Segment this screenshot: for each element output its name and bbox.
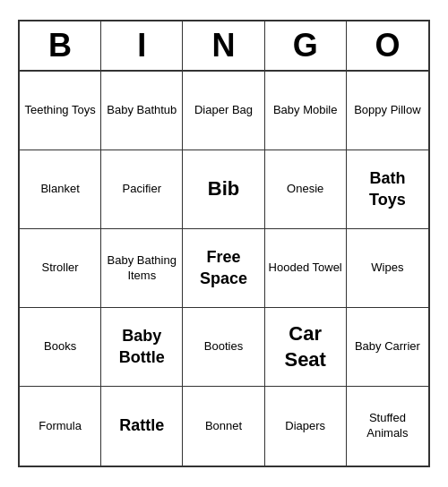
bingo-header: BINGO [20,21,428,72]
bingo-cell[interactable]: Baby Bathtub [101,72,183,150]
bingo-cell[interactable]: Bath Toys [347,150,428,229]
bingo-cell[interactable]: Bib [183,150,264,229]
header-letter: B [20,21,101,70]
bingo-cell[interactable]: Formula [20,387,101,466]
bingo-cell[interactable]: Bonnet [183,387,264,466]
header-letter: N [183,21,264,70]
bingo-cell[interactable]: Blanket [20,150,101,229]
header-letter: G [265,21,347,70]
bingo-cell[interactable]: Diapers [265,387,347,466]
bingo-cell[interactable]: Wipes [347,229,428,308]
bingo-cell[interactable]: Hooded Towel [265,229,347,308]
bingo-cell[interactable]: Baby Mobile [265,72,347,150]
bingo-grid: Teething ToysBaby BathtubDiaper BagBaby … [20,72,428,466]
bingo-cell[interactable]: Books [20,308,101,387]
bingo-cell[interactable]: Booties [183,308,264,387]
bingo-cell[interactable]: Baby Bathing Items [101,229,183,308]
bingo-cell[interactable]: Pacifier [101,150,183,229]
header-letter: O [347,21,428,70]
bingo-cell[interactable]: Diaper Bag [183,72,264,150]
bingo-cell[interactable]: Rattle [101,387,183,466]
bingo-cell[interactable]: Car Seat [265,308,347,387]
bingo-cell[interactable]: Onesie [265,150,347,229]
bingo-cell[interactable]: Boppy Pillow [347,72,428,150]
bingo-cell[interactable]: Stuffed Animals [347,387,428,466]
bingo-cell[interactable]: Teething Toys [20,72,101,150]
header-letter: I [101,21,183,70]
bingo-cell[interactable]: Free Space [183,229,264,308]
bingo-card: BINGO Teething ToysBaby BathtubDiaper Ba… [18,20,430,467]
bingo-cell[interactable]: Stroller [20,229,101,308]
bingo-cell[interactable]: Baby Carrier [347,308,428,387]
bingo-cell[interactable]: Baby Bottle [101,308,183,387]
